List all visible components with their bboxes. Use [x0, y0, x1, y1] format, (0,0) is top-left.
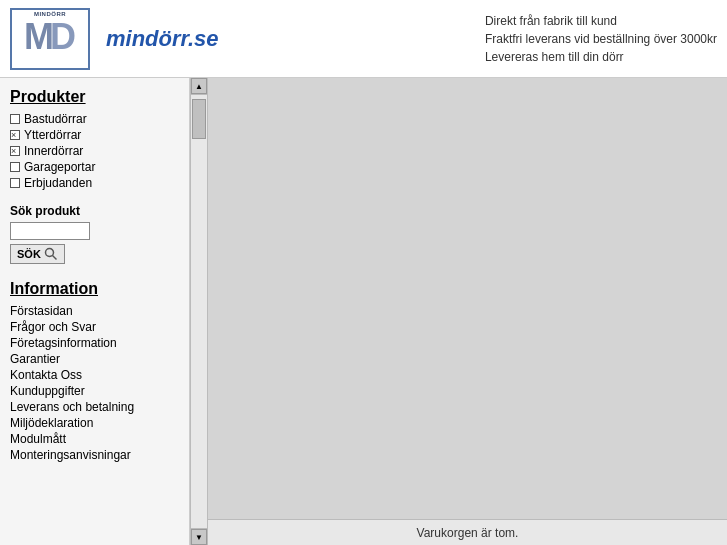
list-item[interactable]: Garageportar — [10, 160, 179, 174]
search-input[interactable] — [10, 222, 90, 240]
checkbox-icon — [10, 130, 20, 140]
product-label: Erbjudanden — [24, 176, 92, 190]
scrollbar[interactable]: ▲ ▼ — [190, 78, 208, 545]
tagline-3: Levereras hem till din dörr — [485, 50, 717, 64]
header: MinDörr M D mindörr.se Direkt från fabri… — [0, 0, 727, 78]
tagline-1: Direkt från fabrik till kund — [485, 14, 717, 28]
product-label: Ytterdörrar — [24, 128, 81, 142]
products-list: Bastudörrar Ytterdörrar Innerdörrar Gara… — [10, 112, 179, 190]
product-label: Innerdörrar — [24, 144, 83, 158]
header-taglines: Direkt från fabrik till kund Fraktfri le… — [485, 14, 717, 64]
sidebar: Produkter Bastudörrar Ytterdörrar Innerd… — [0, 78, 190, 545]
main-layout: Produkter Bastudörrar Ytterdörrar Innerd… — [0, 78, 727, 545]
checkbox-icon — [10, 162, 20, 172]
search-section: Sök produkt SÖK — [10, 204, 179, 264]
products-heading: Produkter — [10, 88, 179, 106]
tagline-2: Fraktfri leverans vid beställning över 3… — [485, 32, 717, 46]
list-item[interactable]: Bastudörrar — [10, 112, 179, 126]
logo-box: MinDörr M D — [10, 8, 90, 70]
list-item[interactable]: Kunduppgifter — [10, 384, 179, 398]
content-area: Varukorgen är tom. — [208, 78, 727, 545]
scroll-down-button[interactable]: ▼ — [191, 529, 207, 545]
checkbox-icon — [10, 146, 20, 156]
information-section: Information Förstasidan Frågor och Svar … — [10, 280, 179, 462]
list-item[interactable]: Innerdörrar — [10, 144, 179, 158]
list-item[interactable]: Erbjudanden — [10, 176, 179, 190]
bottom-bar: Varukorgen är tom. — [208, 519, 727, 545]
list-item[interactable]: Leverans och betalning — [10, 400, 179, 414]
list-item[interactable]: Förstasidan — [10, 304, 179, 318]
checkbox-icon — [10, 178, 20, 188]
search-button-label: SÖK — [17, 248, 41, 260]
logo-company-text: MinDörr — [12, 11, 88, 17]
list-item[interactable]: Monteringsanvisningar — [10, 448, 179, 462]
scroll-track[interactable] — [191, 94, 207, 529]
list-item[interactable]: Ytterdörrar — [10, 128, 179, 142]
product-label: Garageportar — [24, 160, 95, 174]
logo-area: MinDörr M D mindörr.se — [10, 8, 218, 70]
logo-d: D — [50, 19, 76, 55]
list-item[interactable]: Frågor och Svar — [10, 320, 179, 334]
brand-name: mindörr.se — [106, 26, 218, 52]
svg-line-1 — [52, 256, 56, 260]
svg-point-0 — [45, 249, 53, 257]
scroll-thumb[interactable] — [192, 99, 206, 139]
list-item[interactable]: Garantier — [10, 352, 179, 366]
search-label: Sök produkt — [10, 204, 179, 218]
checkbox-icon — [10, 114, 20, 124]
list-item[interactable]: Modulmått — [10, 432, 179, 446]
scroll-up-button[interactable]: ▲ — [191, 78, 207, 94]
list-item[interactable]: Miljödeklaration — [10, 416, 179, 430]
information-heading: Information — [10, 280, 179, 298]
product-label: Bastudörrar — [24, 112, 87, 126]
list-item[interactable]: Kontakta Oss — [10, 368, 179, 382]
cart-status: Varukorgen är tom. — [417, 526, 519, 540]
list-item[interactable]: Företagsinformation — [10, 336, 179, 350]
search-button[interactable]: SÖK — [10, 244, 65, 264]
info-links-list: Förstasidan Frågor och Svar Företagsinfo… — [10, 304, 179, 462]
search-icon — [44, 247, 58, 261]
